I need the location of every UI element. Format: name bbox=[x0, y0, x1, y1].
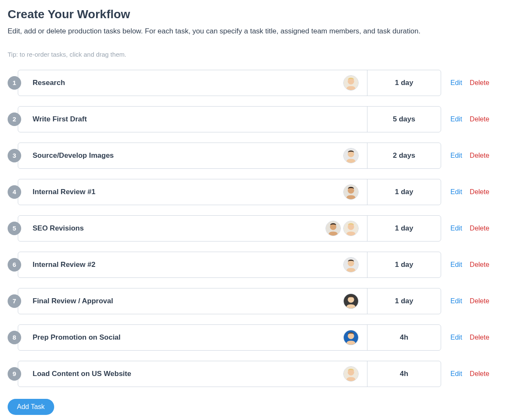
task-actions: Edit Delete bbox=[441, 334, 500, 341]
task-actions: Edit Delete bbox=[441, 225, 500, 232]
task-number-badge: 2 bbox=[8, 113, 21, 126]
delete-button[interactable]: Delete bbox=[470, 79, 489, 87]
task-row[interactable]: 7 Final Review / Approval 1 day Edit Del… bbox=[8, 288, 500, 314]
task-card[interactable]: Load Content on US Website 4h bbox=[18, 361, 441, 387]
task-row[interactable]: 2 Write First Draft 5 days Edit Delete bbox=[8, 106, 500, 132]
task-row[interactable]: 3 Source/Develop Images 2 days Edit Dele… bbox=[8, 143, 500, 169]
avatar bbox=[343, 221, 359, 236]
task-title: Source/Develop Images bbox=[33, 151, 114, 160]
page-subtitle: Edit, add or delete production tasks bel… bbox=[8, 26, 500, 36]
delete-button[interactable]: Delete bbox=[470, 152, 489, 159]
task-title: Research bbox=[33, 79, 65, 87]
task-main: SEO Revisions bbox=[18, 216, 367, 241]
edit-button[interactable]: Edit bbox=[450, 115, 462, 123]
task-card[interactable]: Source/Develop Images 2 days bbox=[18, 143, 441, 169]
task-actions: Edit Delete bbox=[441, 370, 500, 378]
task-duration: 1 day bbox=[367, 288, 441, 314]
avatar bbox=[343, 75, 359, 91]
avatar bbox=[343, 366, 359, 382]
edit-button[interactable]: Edit bbox=[450, 225, 462, 232]
task-duration: 4h bbox=[367, 325, 441, 350]
task-duration: 4h bbox=[367, 361, 441, 387]
task-number-badge: 9 bbox=[8, 367, 21, 381]
task-row[interactable]: 1 Research 1 day Edit Delete bbox=[8, 70, 500, 96]
task-card[interactable]: Final Review / Approval 1 day bbox=[18, 288, 441, 314]
avatar-group bbox=[343, 257, 359, 272]
task-card[interactable]: Research 1 day bbox=[18, 70, 441, 96]
edit-button[interactable]: Edit bbox=[450, 370, 462, 378]
avatar bbox=[343, 294, 359, 309]
task-duration: 2 days bbox=[367, 143, 441, 168]
task-row[interactable]: 6 Internal Review #2 1 day Edit Delete bbox=[8, 252, 500, 278]
tip-text: Tip: to re-order tasks, click and drag t… bbox=[8, 51, 500, 58]
task-duration: 1 day bbox=[367, 179, 441, 205]
task-row[interactable]: 9 Load Content on US Website 4h Edit Del… bbox=[8, 361, 500, 387]
avatar-group bbox=[343, 75, 359, 91]
task-title: Internal Review #1 bbox=[33, 188, 95, 196]
task-card[interactable]: SEO Revisions 1 day bbox=[18, 215, 441, 242]
delete-button[interactable]: Delete bbox=[470, 370, 489, 378]
delete-button[interactable]: Delete bbox=[470, 297, 489, 305]
avatar bbox=[343, 148, 359, 163]
task-card[interactable]: Write First Draft 5 days bbox=[18, 106, 441, 132]
task-main: Research bbox=[18, 70, 367, 96]
task-actions: Edit Delete bbox=[441, 152, 500, 159]
task-row[interactable]: 4 Internal Review #1 1 day Edit Delete bbox=[8, 179, 500, 205]
delete-button[interactable]: Delete bbox=[470, 188, 489, 196]
task-title: SEO Revisions bbox=[33, 224, 84, 233]
task-main: Source/Develop Images bbox=[18, 143, 367, 168]
avatar bbox=[343, 330, 359, 345]
avatar-group bbox=[326, 221, 359, 236]
task-actions: Edit Delete bbox=[441, 261, 500, 269]
task-card[interactable]: Internal Review #1 1 day bbox=[18, 179, 441, 205]
delete-button[interactable]: Delete bbox=[470, 334, 489, 341]
avatar bbox=[343, 257, 359, 272]
task-main: Internal Review #2 bbox=[18, 252, 367, 277]
edit-button[interactable]: Edit bbox=[450, 79, 462, 87]
task-number-badge: 3 bbox=[8, 149, 21, 162]
edit-button[interactable]: Edit bbox=[450, 152, 462, 159]
task-title: Prep Promotion on Social bbox=[33, 333, 121, 342]
edit-button[interactable]: Edit bbox=[450, 334, 462, 341]
task-title: Internal Review #2 bbox=[33, 261, 95, 269]
task-number-badge: 6 bbox=[8, 258, 21, 272]
page-title: Create Your Workflow bbox=[8, 8, 500, 21]
task-main: Prep Promotion on Social bbox=[18, 325, 367, 350]
task-number-badge: 4 bbox=[8, 185, 21, 199]
task-main: Load Content on US Website bbox=[18, 361, 367, 387]
task-duration: 1 day bbox=[367, 216, 441, 241]
task-number-badge: 1 bbox=[8, 76, 21, 90]
avatar bbox=[326, 221, 341, 236]
task-number-badge: 8 bbox=[8, 331, 21, 344]
avatar-group bbox=[343, 184, 359, 200]
task-list: 1 Research 1 day Edit Delete 2 Write Fir… bbox=[8, 70, 500, 387]
task-number-badge: 5 bbox=[8, 222, 21, 235]
avatar-group bbox=[343, 148, 359, 163]
edit-button[interactable]: Edit bbox=[450, 188, 462, 196]
edit-button[interactable]: Edit bbox=[450, 297, 462, 305]
task-title: Final Review / Approval bbox=[33, 297, 113, 305]
task-card[interactable]: Internal Review #2 1 day bbox=[18, 252, 441, 278]
task-title: Write First Draft bbox=[33, 115, 87, 124]
delete-button[interactable]: Delete bbox=[470, 225, 489, 232]
task-main: Final Review / Approval bbox=[18, 288, 367, 314]
delete-button[interactable]: Delete bbox=[470, 115, 489, 123]
task-main: Write First Draft bbox=[18, 107, 367, 132]
task-actions: Edit Delete bbox=[441, 297, 500, 305]
task-title: Load Content on US Website bbox=[33, 370, 131, 378]
task-duration: 1 day bbox=[367, 252, 441, 277]
task-actions: Edit Delete bbox=[441, 115, 500, 123]
delete-button[interactable]: Delete bbox=[470, 261, 489, 269]
task-actions: Edit Delete bbox=[441, 188, 500, 196]
task-card[interactable]: Prep Promotion on Social 4h bbox=[18, 324, 441, 351]
task-number-badge: 7 bbox=[8, 294, 21, 308]
edit-button[interactable]: Edit bbox=[450, 261, 462, 269]
avatar bbox=[343, 184, 359, 200]
task-actions: Edit Delete bbox=[441, 79, 500, 87]
task-row[interactable]: 8 Prep Promotion on Social 4h Edit Delet… bbox=[8, 324, 500, 351]
task-row[interactable]: 5 SEO Revisions 1 day Edit Delete bbox=[8, 215, 500, 242]
task-duration: 5 days bbox=[367, 107, 441, 132]
add-task-button[interactable]: Add Task bbox=[8, 399, 54, 415]
task-duration: 1 day bbox=[367, 70, 441, 96]
avatar-group bbox=[343, 366, 359, 382]
